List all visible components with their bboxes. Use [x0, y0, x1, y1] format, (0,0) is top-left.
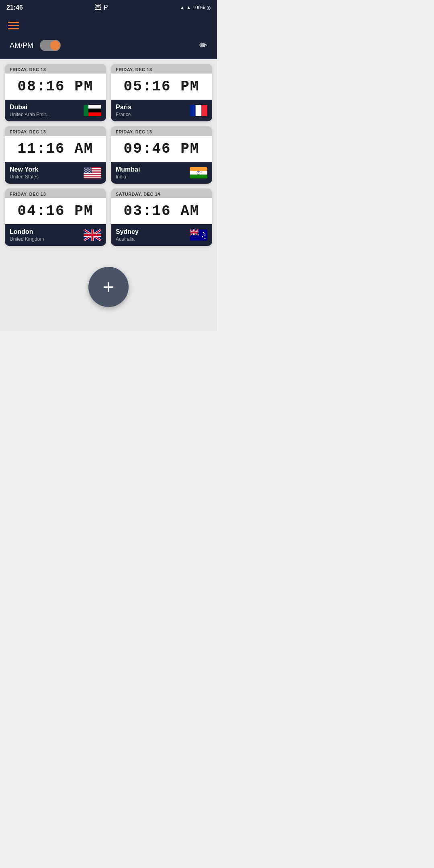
london-time: 04:16 PM	[5, 198, 106, 224]
dubai-time: 08:16 PM	[5, 74, 106, 100]
paris-city: Paris	[116, 104, 131, 111]
sydney-footer: Sydney Australia	[111, 224, 212, 246]
svg-point-63	[205, 235, 206, 236]
london-city: London	[10, 228, 44, 235]
svg-point-16	[86, 168, 86, 169]
sydney-city: Sydney	[116, 228, 139, 235]
mumbai-country: India	[116, 174, 140, 180]
svg-rect-6	[201, 105, 207, 116]
svg-point-37	[90, 172, 91, 173]
dubai-city: Dubai	[10, 104, 50, 111]
dubai-country: United Arab Emir...	[10, 112, 50, 117]
svg-point-25	[86, 170, 86, 171]
plus-icon: +	[103, 277, 114, 297]
mumbai-date: FRIDAY, DEC 13	[111, 126, 212, 136]
status-notif-icons: 🖼 P	[95, 4, 108, 11]
clock-card-newyork[interactable]: FRIDAY, DEC 13 11:16 AM New York United …	[5, 126, 106, 184]
hamburger-line-3	[8, 28, 19, 29]
svg-point-21	[86, 169, 87, 170]
svg-point-33	[84, 172, 85, 173]
newyork-location: New York United States	[10, 166, 39, 180]
paris-footer: Paris France	[111, 100, 212, 121]
svg-point-64	[202, 236, 203, 237]
svg-point-26	[87, 170, 88, 171]
svg-point-42	[198, 172, 199, 173]
hamburger-menu[interactable]	[8, 22, 19, 29]
ampm-label: AM/PM	[10, 41, 33, 50]
dubai-date: FRIDAY, DEC 13	[5, 64, 106, 74]
svg-point-31	[88, 171, 88, 172]
svg-rect-5	[196, 105, 202, 116]
sydney-country: Australia	[116, 236, 139, 242]
svg-point-27	[88, 170, 89, 171]
target-icon: ◎	[207, 5, 211, 10]
svg-rect-13	[84, 177, 101, 178]
london-footer: London United Kingdom	[5, 224, 106, 246]
battery-text: 100%	[192, 5, 205, 10]
clock-card-mumbai[interactable]: FRIDAY, DEC 13 09:46 PM Mumbai India	[111, 126, 212, 184]
status-system-icons: ▲ ▲ 100% ◎	[180, 5, 211, 10]
dubai-location: Dubai United Arab Emir...	[10, 104, 50, 117]
svg-point-22	[88, 169, 88, 170]
svg-point-29	[85, 171, 86, 172]
svg-point-35	[87, 172, 88, 173]
svg-point-20	[85, 169, 86, 170]
london-flag	[84, 229, 101, 241]
svg-point-32	[89, 171, 90, 172]
hamburger-line-1	[8, 22, 19, 23]
svg-rect-4	[190, 105, 196, 116]
svg-rect-3	[88, 113, 101, 116]
svg-rect-40	[190, 175, 207, 178]
london-location: London United Kingdom	[10, 228, 44, 242]
sydney-time: 03:16 AM	[111, 198, 212, 224]
svg-point-65	[205, 238, 206, 239]
status-time: 21:46	[6, 4, 23, 11]
ampm-section: AM/PM	[10, 40, 61, 51]
svg-point-17	[87, 168, 88, 169]
paris-country: France	[116, 112, 131, 117]
svg-point-24	[84, 170, 85, 171]
svg-rect-0	[84, 105, 88, 116]
london-country: United Kingdom	[10, 236, 44, 242]
svg-rect-61	[190, 232, 199, 233]
newyork-flag	[84, 167, 101, 178]
mumbai-flag	[190, 167, 207, 178]
clock-grid: FRIDAY, DEC 13 08:16 PM Dubai United Ara…	[0, 59, 217, 251]
london-date: FRIDAY, DEC 13	[5, 188, 106, 198]
clock-card-dubai[interactable]: FRIDAY, DEC 13 08:16 PM Dubai United Ara…	[5, 64, 106, 121]
sydney-flag	[190, 229, 207, 241]
paris-date: FRIDAY, DEC 13	[111, 64, 212, 74]
toolbar: AM/PM ✏	[0, 36, 217, 59]
newyork-country: United States	[10, 174, 39, 180]
clock-card-sydney[interactable]: SATURDAY, DEC 14 03:16 AM Sydney Austral…	[111, 188, 212, 246]
svg-point-19	[90, 168, 91, 169]
svg-point-18	[88, 168, 89, 169]
svg-rect-11	[84, 173, 101, 174]
svg-rect-1	[88, 105, 101, 108]
parking-icon: P	[104, 4, 108, 11]
svg-point-23	[89, 169, 90, 170]
edit-button[interactable]: ✏	[199, 40, 207, 51]
wifi-icon: ▲	[180, 5, 185, 10]
mumbai-city: Mumbai	[116, 166, 140, 173]
newyork-city: New York	[10, 166, 39, 173]
signal-icon: ▲	[186, 5, 191, 10]
clock-card-london[interactable]: FRIDAY, DEC 13 04:16 PM London United Ki…	[5, 188, 106, 246]
paris-time: 05:16 PM	[111, 74, 212, 100]
paris-location: Paris France	[116, 104, 131, 117]
svg-point-34	[86, 172, 86, 173]
svg-point-62	[203, 232, 204, 233]
svg-point-36	[88, 172, 89, 173]
svg-point-66	[204, 233, 205, 234]
svg-rect-2	[88, 108, 101, 112]
newyork-footer: New York United States	[5, 162, 106, 184]
mumbai-footer: Mumbai India	[111, 162, 212, 184]
add-clock-button[interactable]: +	[88, 267, 129, 307]
toggle-knob	[50, 41, 60, 50]
add-section: +	[0, 251, 217, 331]
mumbai-location: Mumbai India	[116, 166, 140, 180]
clock-card-paris[interactable]: FRIDAY, DEC 13 05:16 PM Paris France	[111, 64, 212, 121]
svg-point-30	[86, 171, 87, 172]
ampm-toggle[interactable]	[40, 40, 61, 51]
sydney-date: SATURDAY, DEC 14	[111, 188, 212, 198]
